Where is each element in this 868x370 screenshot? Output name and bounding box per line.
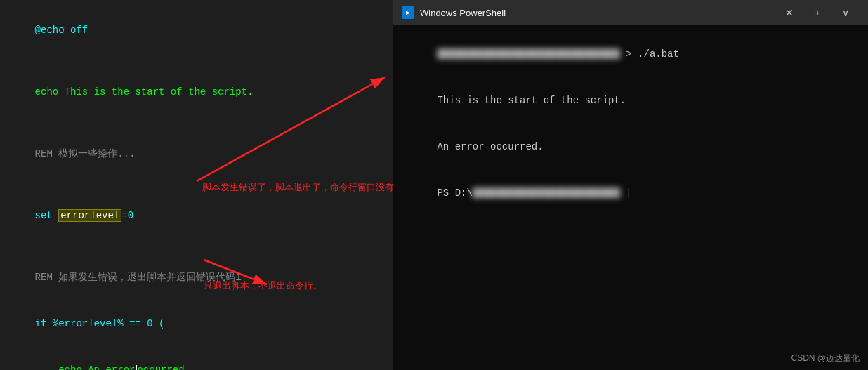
code-token-highlight: errorlevel <box>58 209 121 222</box>
code-line-11: echo An erroroccurred. <box>11 347 382 370</box>
ps-line-3: An error occurred. <box>402 124 860 170</box>
code-line-1: @echo off <box>11 7 382 53</box>
powershell-titlebar: ▶ Windows PowerShell ✕ + ∨ <box>393 0 868 25</box>
code-token: echo This is the start of the script. <box>35 86 254 98</box>
ps-cursor-indicator: | <box>620 187 632 199</box>
ps-prompt-blurred: ███████████████████████████████ <box>437 46 619 62</box>
powershell-icon: ▶ <box>402 6 414 19</box>
powershell-content: ███████████████████████████████ > ./a.ba… <box>393 25 868 370</box>
annotation-error-text: 脚本发生错误了，脚本退出了，命令行窗口没有退出。 <box>202 181 393 194</box>
code-token: =0 <box>121 210 133 221</box>
powershell-title-text: Windows PowerShell <box>420 8 775 18</box>
code-token: if %errorlevel% == 0 ( <box>35 318 165 329</box>
powershell-window: ▶ Windows PowerShell ✕ + ∨ █████████████… <box>393 0 868 370</box>
ps-new-tab-button[interactable]: + <box>803 0 831 25</box>
ps-path-blurred: █████████████████████████ <box>473 185 620 201</box>
ps-output-start: This is the start of the script. <box>437 95 626 106</box>
code-blank <box>11 115 382 131</box>
code-blank <box>11 239 382 254</box>
code-line-10: if %errorlevel% == 0 ( <box>11 300 382 347</box>
code-line-9: REM 如果发生错误，退出脚本并返回错误代码1 <box>11 254 382 300</box>
code-token: echo An error <box>35 364 136 370</box>
code-token: REM 模拟一些操作... <box>35 148 136 159</box>
code-editor-panel: @echo off echo This is the start of the … <box>0 0 393 370</box>
ps-output-error: An error occurred. <box>437 141 543 152</box>
code-blank <box>11 53 382 69</box>
code-token: @echo off <box>35 25 88 36</box>
csdn-watermark: CSDN @迈达量化 <box>791 352 860 364</box>
ps-line-2: This is the start of the script. <box>402 77 860 124</box>
ps-close-button[interactable]: ✕ <box>775 0 803 25</box>
ps-line-1: ███████████████████████████████ > ./a.ba… <box>402 31 860 77</box>
ps-command: > ./a.bat <box>620 48 679 60</box>
ps-icon-symbol: ▶ <box>406 8 410 17</box>
ps-chevron-button[interactable]: ∨ <box>831 0 860 25</box>
ps-window-controls: ✕ + ∨ <box>775 0 860 25</box>
code-token: set <box>35 210 59 221</box>
annotation-exit-script-text: 只退出脚本，不退出命令行。 <box>204 279 322 292</box>
code-line-5: REM 模拟一些操作... <box>11 131 382 177</box>
ps-prompt-label: PS D:\ <box>437 187 472 199</box>
code-token: occurred. <box>137 364 190 370</box>
code-line-7: set errorlevel=0 <box>11 192 382 239</box>
ps-line-4: PS D:\█████████████████████████ | <box>402 170 860 216</box>
code-line-3: echo This is the start of the script. <box>11 69 382 115</box>
